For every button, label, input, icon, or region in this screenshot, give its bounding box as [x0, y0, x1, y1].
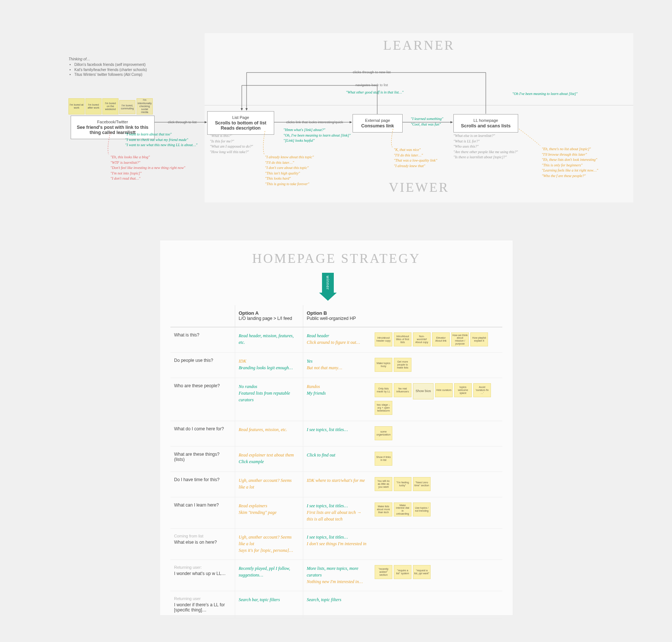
- sticky-note: I'm intentionally checking social media: [137, 98, 153, 114]
- sticky-note: "I'm feeling lucky": [394, 477, 411, 491]
- strategy-row: Who are these people?No randosFeatured l…: [170, 378, 502, 421]
- sticky-note: I'm bored, commuting: [119, 100, 135, 114]
- sticky-note: "require a list" system: [394, 565, 411, 579]
- quote-nav-back: "What other good stuff is in that list…": [346, 90, 431, 95]
- quote-list-positive: "Hmm what's [link] about?" "Oh, I've bee…: [283, 127, 361, 144]
- strategy-row: What is this?Read header, mission, featu…: [170, 327, 502, 353]
- sticky-note: How we think about mission / purpose: [451, 332, 469, 346]
- winner-arrow: winner: [321, 273, 335, 302]
- sticky-note: topics welcome space: [454, 383, 472, 397]
- card-list-page: List Page Scrolls to bottom of list Read…: [207, 111, 274, 135]
- sticky-note: I'm bored after work: [85, 98, 102, 114]
- learner-heading: LEARNER: [383, 38, 455, 53]
- sticky-note: fav real influencers: [394, 383, 411, 397]
- sticky-note: Only lists made by LL: [375, 383, 392, 397]
- sticky-note: Intro/About titles of first lists: [394, 332, 411, 346]
- sticky-note: You will do as little as you want: [375, 477, 392, 491]
- sticky-note: Get more people to make lists: [394, 358, 411, 372]
- strategy-row: Do I have time for this?Ugh, another acc…: [170, 472, 502, 497]
- sticky-note: Make lists about more than tech: [375, 502, 392, 516]
- quote-fb-negative: "Eh, this looks like a blog" "WTF is lea…: [110, 155, 206, 181]
- sticky-note: Make interest dial in onboarding: [394, 502, 411, 516]
- sticky-note: Show # links in list: [375, 452, 392, 466]
- sticky-note: Non-word/def About copy: [413, 332, 431, 346]
- quote-hp-questions: "What else is on learnlistt?" "What is L…: [453, 133, 542, 160]
- sticky-note: Make topics busy: [375, 358, 392, 372]
- strategy-row: Do people use this?IDKBranding looks leg…: [170, 353, 502, 378]
- sticky-note: Avoid 'curators fix …': [473, 383, 491, 397]
- sticky-note: two stage – org + open tweetstorm: [375, 401, 392, 415]
- sticky-note: Intro/about header copy: [375, 332, 392, 346]
- strategy-row: Returning userI wonder if there's a LL f…: [170, 591, 502, 619]
- quote-list-questions: "What is this?" "Is this for me?" "What …: [210, 133, 283, 155]
- sticky-note: Use topics / not trending: [413, 502, 431, 516]
- quote-hp-dropoff: "Eh, there's no list about [topic]" "I'l…: [542, 147, 634, 179]
- sticky-note: "Need zero time" section: [413, 477, 431, 491]
- strategy-table: Option A L/O landing page > L/I feed Opt…: [170, 305, 502, 619]
- viewer-heading: Viewer: [389, 180, 449, 195]
- col-option-b: Option B Public well-organized HP: [303, 305, 371, 327]
- sticky-note: I'm bored on the weekend: [102, 98, 119, 114]
- strategy-row: Coming from listWhat else is on here?Ugh…: [170, 529, 502, 560]
- quote-ext-positive: "I learned something" "Cool, that was fu…: [411, 116, 466, 127]
- strategy-row: Returning user:I wonder what's up w LL…R…: [170, 560, 502, 591]
- sticky-note: "request a list, ppl want": [413, 565, 431, 579]
- sticky-note: Hide curators: [435, 383, 453, 397]
- edge-label: clicks through to new list: [353, 70, 391, 74]
- edge-label: navigates back to list: [356, 83, 388, 87]
- quote-fb-positive: "I want to learn about that too" "I want…: [125, 132, 206, 148]
- sticky-note: How playlist explain it: [470, 332, 488, 346]
- quote-hp-intro: "Oh I've been meaning to learn about [li…: [512, 91, 608, 97]
- sticky-note: some organization: [375, 426, 392, 440]
- edge-label: click through to list: [168, 120, 197, 124]
- sticky-note: "recently added" section: [375, 565, 392, 579]
- col-option-a: Option A L/O landing page > L/I feed: [235, 305, 303, 327]
- quote-list-dropoff: "I already know about this topic" "I'll …: [265, 155, 342, 187]
- sticky-note: Show bios: [413, 383, 434, 399]
- homepage-strategy-panel: HOMEPAGE STRATEGY winner Option A L/O la…: [160, 240, 513, 615]
- edge-label: clicks link that looks interesting/quick: [286, 120, 343, 124]
- thinking-of-block: Thinking of… Dillon's facebook friends (…: [68, 57, 153, 77]
- sticky-note: Elevator About link: [432, 332, 450, 346]
- strategy-row: What are these things? (lists)Read expla…: [170, 447, 502, 472]
- strategy-row: What do I come here for?Read features, m…: [170, 421, 502, 447]
- sticky-note: I'm bored at work: [68, 98, 85, 114]
- strategy-heading: HOMEPAGE STRATEGY: [170, 251, 502, 266]
- strategy-row: What can I learn here?Read explainersSki…: [170, 497, 502, 529]
